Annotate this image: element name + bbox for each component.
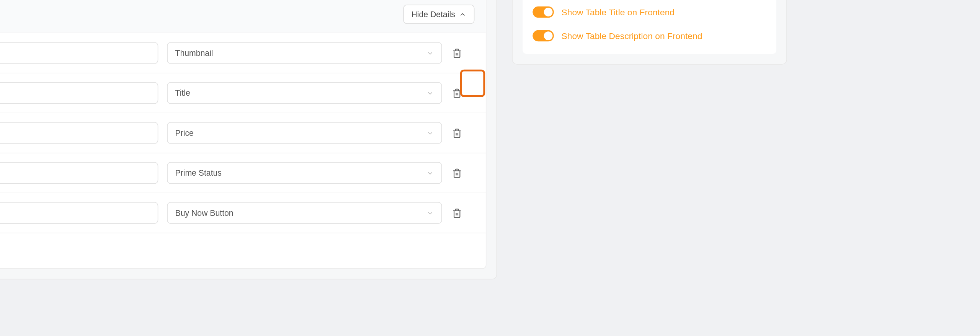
compared-rows-panel: Compared Rows Rows Hide Details Thumbnai… <box>0 0 497 279</box>
appearance-toggle-row: Show Table Description on Frontend <box>532 24 766 48</box>
appearance-toggle-label: Show Table Description on Frontend <box>561 31 702 41</box>
hide-details-label: Hide Details <box>411 10 455 19</box>
row-type-select[interactable]: Price <box>167 122 442 144</box>
delete-row-button[interactable] <box>451 167 463 179</box>
delete-row-button[interactable] <box>451 127 463 139</box>
rows-list: ThumbnailTitlePricePrime StatusBuy Now B… <box>0 33 486 233</box>
row-type-select[interactable]: Thumbnail <box>167 42 442 64</box>
hide-details-button[interactable]: Hide Details <box>403 5 474 24</box>
table-row: Prime Status <box>0 153 486 193</box>
rows-inner-panel: Rows Hide Details ThumbnailTitlePricePri… <box>0 0 487 269</box>
row-type-select[interactable]: Title <box>167 82 442 104</box>
chevron-up-icon <box>459 10 467 18</box>
table-row: Thumbnail <box>0 33 486 73</box>
table-row: Title <box>0 73 486 113</box>
rows-inner-header: Rows Hide Details <box>0 0 486 33</box>
row-type-value: Title <box>175 88 190 98</box>
appearance-toggle[interactable] <box>532 7 554 18</box>
row-label-input[interactable] <box>0 202 158 224</box>
appearance-toggle[interactable] <box>532 30 554 41</box>
row-type-value: Thumbnail <box>175 48 213 57</box>
delete-row-button[interactable] <box>451 207 463 219</box>
row-type-value: Price <box>175 128 193 137</box>
appearance-toggle-label: Show Table Title on Frontend <box>561 7 675 17</box>
table-row: Buy Now Button <box>0 193 486 233</box>
row-type-select[interactable]: Buy Now Button <box>167 202 442 224</box>
row-label-input[interactable] <box>0 162 158 184</box>
appearance-body: Show Table Title on FrontendShow Table D… <box>523 0 776 54</box>
row-label-input[interactable] <box>0 82 158 104</box>
row-label-input[interactable] <box>0 42 158 64</box>
delete-row-button[interactable] <box>451 87 463 99</box>
row-type-value: Prime Status <box>175 168 222 178</box>
appearance-toggle-row: Show Table Title on Frontend <box>532 0 766 24</box>
table-row: Price <box>0 113 486 153</box>
row-type-select[interactable]: Prime Status <box>167 162 442 184</box>
delete-row-button[interactable] <box>451 47 463 59</box>
appearance-panel: Appearance Settings Show Table Title on … <box>512 0 787 65</box>
row-type-value: Buy Now Button <box>175 208 233 217</box>
row-label-input[interactable] <box>0 122 158 144</box>
